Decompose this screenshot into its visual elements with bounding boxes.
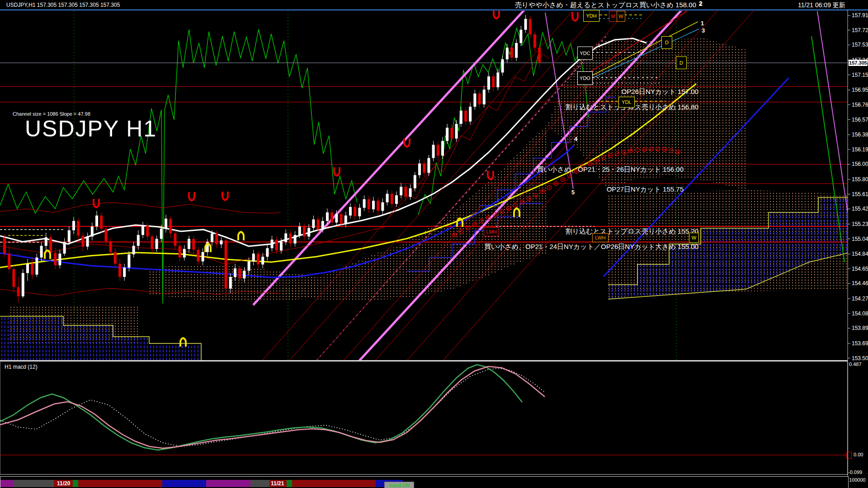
- price-axis-tick: 156.380: [852, 131, 868, 138]
- sar-dot: [569, 175, 571, 176]
- trendline-number-5: 5: [571, 189, 575, 196]
- level-annotation: OP27日NYカット 155.75: [607, 185, 684, 194]
- candle-body: [529, 19, 532, 34]
- price-axis-tick: 155.230: [852, 221, 868, 227]
- candle-body: [169, 219, 172, 234]
- red-envelope-upper-left: [0, 202, 280, 213]
- candle-body: [280, 242, 283, 250]
- candle-body: [114, 252, 117, 264]
- candle-body: [326, 212, 329, 221]
- candle-body: [368, 199, 370, 209]
- macd-line-green: [0, 365, 522, 450]
- candle-body: [91, 226, 94, 236]
- candle-body: [35, 258, 38, 275]
- candle-body: [404, 187, 407, 197]
- candle-body: [446, 128, 448, 141]
- candle-body: [344, 216, 347, 224]
- candle-body: [77, 221, 80, 236]
- candle-body: [142, 225, 144, 235]
- sar-dot: [501, 211, 503, 212]
- candle-body: [515, 43, 518, 58]
- candle-body: [492, 76, 495, 87]
- trendline-number-4: 4: [574, 136, 577, 142]
- magenta-channel-b: [359, 0, 691, 361]
- candle-body: [95, 216, 98, 226]
- macd-min-value: -0.099: [848, 469, 862, 475]
- sell-signal-icon: [188, 192, 195, 202]
- candle-body: [118, 264, 121, 277]
- candle-body: [386, 194, 389, 202]
- trendline-number-1: 1: [701, 20, 704, 27]
- candle-body: [307, 228, 310, 237]
- level-annotation: 買い小さめ、OP21・24日NYカット／OP26日NYカット大きめ 155.00: [484, 243, 698, 251]
- green-zigzag-left: [0, 29, 357, 304]
- session-segment: [250, 480, 269, 487]
- session-segment: [206, 480, 250, 487]
- macd-toggle-button[interactable]: macd ON: [384, 482, 414, 488]
- candle-body: [261, 257, 264, 264]
- date-separator-tick: [287, 480, 292, 487]
- sar-dot: [481, 221, 482, 222]
- price-axis-tick: 154.655: [852, 266, 868, 272]
- volume-scale-value: 100000: [849, 477, 866, 483]
- candle-body: [275, 239, 278, 250]
- price-axis-tick: 156.190: [852, 146, 868, 153]
- candle-body: [519, 30, 522, 43]
- candle-body: [229, 277, 232, 289]
- candle-body: [252, 253, 255, 261]
- sar-dot: [549, 187, 550, 188]
- candle-body: [377, 201, 379, 211]
- sar-dot: [596, 160, 598, 161]
- red-fan-5: [375, 0, 695, 361]
- trendline-number-2: 2: [699, 0, 702, 7]
- candle-body: [455, 124, 458, 139]
- sar-dot: [610, 155, 611, 156]
- candle-body: [3, 238, 6, 253]
- candle-body: [132, 246, 135, 254]
- sell-signal-icon: [493, 10, 500, 19]
- candle-body: [427, 158, 430, 173]
- candle-body: [294, 235, 297, 244]
- date-label: 11/21: [271, 480, 284, 487]
- sar-dot: [644, 149, 645, 150]
- candle-body: [349, 207, 352, 216]
- candle-body: [151, 236, 153, 249]
- price-axis-tick: 157.535: [852, 42, 868, 48]
- candle-body: [487, 76, 490, 89]
- sar-dot: [637, 150, 638, 151]
- candle-body: [54, 253, 57, 266]
- current-price-tag: 157.305: [849, 60, 868, 66]
- sar-dot: [651, 149, 652, 150]
- sar-dot: [617, 153, 618, 155]
- sell-signal-icon: [93, 199, 100, 208]
- sar-dot: [461, 231, 462, 232]
- candle-body: [8, 253, 10, 269]
- marker-box-ydl: YDL: [618, 97, 635, 108]
- candle-body: [418, 164, 421, 175]
- sar-dot: [495, 214, 496, 216]
- marker-box-d: D: [661, 36, 672, 49]
- price-axis-tick: 155.615: [852, 191, 868, 197]
- candle-body: [40, 246, 43, 258]
- candle-body: [188, 239, 190, 249]
- candle-body: [469, 107, 472, 122]
- macd-zero-marker: [846, 452, 852, 459]
- candle-body: [312, 220, 315, 228]
- candle-body: [464, 111, 467, 122]
- macd-line-pink: [0, 366, 545, 448]
- price-axis-tick: 153.890: [852, 325, 868, 331]
- candle-body: [234, 268, 236, 277]
- candle-body: [137, 235, 140, 246]
- macd-zero-value: 0.00: [854, 452, 863, 457]
- candle-body: [506, 47, 509, 59]
- level-annotation: 買い小さめ、OP21・25・26日NYカット 156.00: [537, 165, 684, 174]
- candle-body: [437, 145, 439, 155]
- candle-body: [197, 250, 199, 262]
- price-axis-tick: 156.955: [852, 87, 868, 93]
- candle-body: [238, 268, 241, 278]
- symbol-watermark: USDJPY H1: [25, 116, 157, 142]
- candle-body: [372, 201, 375, 209]
- marker-box-w: W: [617, 11, 625, 22]
- chart-canvas[interactable]: [0, 0, 868, 488]
- price-axis-tick: 157.150: [852, 72, 868, 78]
